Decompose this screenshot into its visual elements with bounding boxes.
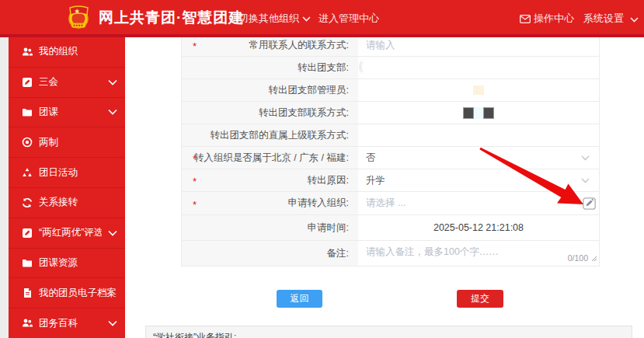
left-gutter: [0, 37, 9, 338]
recycle-icon: [22, 167, 33, 178]
branch-contact-value: [358, 102, 599, 124]
form-row-transfer-reason: *转出原因: 升学: [182, 169, 599, 192]
sidebar-item-tuanke-resources[interactable]: 团课资源: [9, 249, 125, 279]
field-label: 常用联系人的联系方式:: [249, 39, 349, 52]
sidebar-item-label: “两红两优”评选: [39, 226, 102, 239]
field-label: 申请时间:: [308, 221, 349, 235]
guide-title: “学社衔接”业务指引:: [153, 332, 236, 338]
folder-icon: [22, 257, 33, 268]
back-button[interactable]: 返回: [277, 290, 322, 308]
action-center-link[interactable]: 操作中心: [520, 12, 574, 26]
chevron-down-icon: [108, 77, 117, 88]
system-settings-label: 系统设置: [583, 12, 624, 26]
sidebar-item-label: 团课资源: [39, 256, 117, 270]
sidebar-item-member-e-archive[interactable]: 我的团员电子档案: [9, 278, 125, 308]
switch-organization-label: 切换其他组织: [238, 12, 299, 24]
redaction-block: [473, 85, 484, 95]
switch-organization-menu[interactable]: 切换其他组织: [238, 12, 311, 26]
sidebar-item-lianghong-liangyou[interactable]: “两红两优”评选: [9, 218, 125, 249]
select-value: 升学: [366, 174, 385, 187]
submit-button[interactable]: 提交: [457, 290, 503, 308]
form-row-remarks: 备注: 请输入备注，最多100个字…… 0/100: [182, 241, 599, 267]
required-marker: *: [193, 40, 197, 52]
sidebar-item-league-encyclopedia[interactable]: 团务百科: [9, 308, 125, 338]
chevron-down-icon: [108, 228, 117, 239]
chevron-down-icon: [302, 12, 311, 24]
sidebar-item-relationship-transfer[interactable]: 关系接转: [9, 188, 125, 218]
chevron-down-icon: [630, 13, 639, 25]
enter-admin-center-label: 进入管理中心: [319, 12, 379, 24]
league-emblem-logo: [65, 4, 92, 30]
char-counter: 0/100: [568, 253, 588, 263]
app-window: 网上共青团·智慧团建 切换其他组织 进入管理中心 操作中心 系统设置 ? 帮助 …: [0, 0, 644, 338]
sidebar-item-label: 三会: [39, 75, 102, 89]
branch-admin-value: [358, 79, 599, 101]
sidebar-item-label: 两制: [39, 136, 117, 149]
form-row-region-question: *转入组织是否属于北京 / 广东 / 福建: 否: [182, 147, 599, 169]
sidebar-item-sanhui[interactable]: 三会: [9, 68, 125, 98]
required-marker: *: [193, 199, 197, 211]
users-icon: [22, 318, 33, 329]
resize-handle-icon[interactable]: [591, 253, 597, 264]
sidebar-item-label: 团课: [39, 106, 102, 119]
form-row-superior-contact: 转出团支部的直属上级联系方式:: [182, 124, 599, 147]
field-label: 转出团支部联系方式:: [259, 106, 349, 120]
input-placeholder: 请输入: [366, 39, 395, 52]
pencil-square-icon: [22, 77, 33, 88]
folder-icon: [22, 106, 33, 117]
sidebar-item-label: 团务百科: [39, 317, 102, 330]
superior-contact-value: [358, 124, 599, 146]
chevron-down-icon: [581, 175, 590, 186]
form-row-branch-admin: 转出团支部管理员:: [182, 79, 599, 102]
pencil-square-icon: [22, 228, 33, 239]
envelope-icon: [520, 15, 531, 23]
document-icon: [22, 287, 33, 298]
header-right-menu: 操作中心 系统设置 ? 帮助: [520, 12, 644, 26]
field-label: 转出团支部:: [298, 61, 349, 75]
chevron-down-icon: [581, 152, 590, 163]
field-label: 备注:: [327, 247, 349, 260]
textarea-placeholder: 请输入备注，最多100个字……: [366, 246, 499, 259]
contact-method-input[interactable]: 请输入: [358, 34, 599, 56]
required-marker: *: [193, 176, 197, 187]
sidebar-item-label: 我的组织: [39, 45, 117, 58]
target-org-picker[interactable]: 请选择 ...: [358, 192, 599, 214]
select-value: 否: [366, 152, 376, 165]
chevron-down-icon: [108, 318, 117, 329]
field-label: 转出原因:: [308, 174, 349, 187]
sidebar-item-liangzhi[interactable]: 两制: [9, 127, 125, 158]
sidebar-nav: 我的组织 三会 团课 两制 团日活动 关系接转 “两红两优”评选: [9, 37, 125, 338]
field-label: 转入组织是否属于北京 / 广东 / 福建:: [194, 152, 349, 165]
redacted-text: (: [359, 59, 363, 72]
target-icon: [22, 137, 33, 148]
page-title: 网上共青团·智慧团建: [99, 8, 244, 28]
form-row-target-org: *申请转入组织: 请选择 ...: [182, 192, 599, 215]
apply-time-value: 2025-05-12 21:21:08: [358, 215, 599, 240]
system-settings-menu[interactable]: 系统设置: [583, 12, 639, 26]
edit-icon[interactable]: [583, 197, 596, 210]
refresh-icon: [22, 197, 33, 208]
form-row-apply-time: 申请时间: 2025-05-12 21:21:08: [182, 215, 599, 241]
chevron-down-icon: [108, 106, 117, 117]
sidebar-item-league-day-activities[interactable]: 团日活动: [9, 158, 125, 188]
enter-admin-center-link[interactable]: 进入管理中心: [319, 12, 379, 26]
region-select[interactable]: 否: [358, 147, 599, 169]
top-header: 网上共青团·智慧团建 切换其他组织 进入管理中心 操作中心 系统设置 ? 帮助: [0, 0, 644, 37]
form-row-transfer-out-branch: 转出团支部: (: [182, 57, 599, 79]
form-row-branch-contact: 转出团支部联系方式:: [182, 102, 599, 124]
transfer-application-form: *常用联系人的联系方式: 请输入 转出团支部: ( 转出团支部管理员: 转出团支…: [181, 33, 600, 267]
form-row-contact-method: *常用联系人的联系方式: 请输入: [182, 34, 599, 57]
sidebar-item-label: 关系接转: [39, 196, 117, 209]
transfer-out-branch-value: (: [358, 57, 599, 78]
field-label: 申请转入组织:: [288, 197, 349, 210]
action-center-label: 操作中心: [534, 12, 574, 26]
users-icon: [22, 47, 33, 57]
transfer-reason-select[interactable]: 升学: [358, 169, 599, 191]
sidebar-item-label: 团日活动: [39, 166, 117, 179]
required-marker: *: [193, 153, 197, 165]
redaction-blocks: [463, 107, 494, 119]
sidebar-item-tuanke[interactable]: 团课: [9, 98, 125, 128]
sidebar-item-my-organization[interactable]: 我的组织: [9, 37, 125, 68]
remarks-textarea[interactable]: 请输入备注，最多100个字…… 0/100: [358, 241, 599, 266]
sidebar-item-label: 我的团员电子档案: [39, 287, 117, 300]
